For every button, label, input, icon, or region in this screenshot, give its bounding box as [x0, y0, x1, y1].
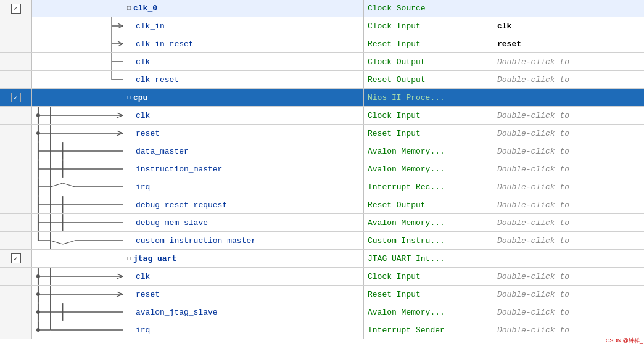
row-cpu-debug-reset-request[interactable]: debug_reset_request Reset Output Double-… — [0, 196, 644, 214]
check-clk-in-reset — [0, 35, 32, 52]
conn-clk-in: clk — [493, 17, 644, 35]
name-jtag-avalon-slave: avalon_jtag_slave — [123, 303, 364, 321]
conn-jtag-uart — [493, 250, 644, 267]
row-cpu-data-master[interactable]: data_master Avalon Memory... Double-clic… — [0, 142, 644, 160]
wires-clk — [32, 53, 123, 70]
type-jtag-reset: Reset Input — [364, 286, 493, 303]
conn-value-clk-in: clk — [497, 22, 511, 31]
expand-clk0-icon[interactable]: □ — [127, 5, 131, 12]
row-cpu-custom-instruction-master[interactable]: custom_instruction_master Custom Instru.… — [0, 232, 644, 250]
type-cpu-irq: Interrupt Rec... — [364, 178, 493, 196]
row-cpu-reset[interactable]: reset Reset Input Double-click to — [0, 125, 644, 142]
type-jtag-irq: Interrupt Sender — [364, 321, 493, 339]
name-cpu: □ cpu — [123, 89, 364, 106]
check-jtag-irq — [0, 321, 32, 339]
conn-cpu-irq[interactable]: Double-click to — [493, 178, 644, 196]
name-jtag-reset: reset — [123, 286, 364, 303]
expand-jtag-uart-icon[interactable]: □ — [127, 255, 131, 262]
conn-cpu-instruction-master[interactable]: Double-click to — [493, 160, 644, 178]
name-clk-in-reset: clk_in_reset — [123, 35, 364, 52]
row-clk-in-reset[interactable]: clk_in_reset Reset Input reset — [0, 35, 644, 53]
type-clk-in: Clock Input — [364, 17, 493, 35]
wires-cpu-debug-reset-request — [32, 196, 123, 213]
type-cpu-debug-reset-request: Reset Output — [364, 196, 493, 213]
conn-jtag-irq[interactable]: Double-click to — [493, 321, 644, 339]
conn-clk-reset[interactable]: Double-click to — [493, 71, 644, 88]
wires-clk-in-reset — [32, 35, 123, 52]
wires-cpu-data-master — [32, 142, 123, 160]
type-jtag-avalon-slave: Avalon Memory... — [364, 303, 493, 321]
type-cpu-instruction-master: Avalon Memory... — [364, 160, 493, 178]
row-jtag-avalon-slave[interactable]: avalon_jtag_slave Avalon Memory... Doubl… — [0, 303, 644, 321]
check-cpu-custom-instruction-master — [0, 232, 32, 249]
check-clk-in — [0, 17, 32, 35]
check-cpu-debug-mem-slave — [0, 214, 32, 231]
check-clk0[interactable] — [0, 0, 32, 17]
type-jtag-clk: Clock Input — [364, 268, 493, 285]
name-jtag-uart: □ jtag_uart — [123, 250, 364, 267]
conn-clk0 — [493, 0, 644, 17]
check-cpu-data-master — [0, 142, 32, 160]
label-cpu: cpu — [133, 93, 147, 102]
svg-line-51 — [51, 241, 63, 244]
expand-cpu-icon[interactable]: □ — [127, 94, 131, 101]
conn-cpu-data-master[interactable]: Double-click to — [493, 142, 644, 160]
name-clk-reset: clk_reset — [123, 71, 364, 88]
row-clk-reset[interactable]: clk_reset Reset Output Double-click to — [0, 71, 644, 89]
conn-clk[interactable]: Double-click to — [493, 53, 644, 70]
check-jtag-avalon-slave — [0, 303, 32, 321]
row-cpu[interactable]: □ cpu Nios II Proce... — [0, 89, 644, 107]
type-cpu-custom-instruction-master: Custom Instru... — [364, 232, 493, 249]
type-cpu-data-master: Avalon Memory... — [364, 142, 493, 160]
wires-jtag-avalon-slave — [32, 303, 123, 321]
name-clk-in: clk_in — [123, 17, 364, 35]
wires-cpu-instruction-master — [32, 160, 123, 178]
label-jtag-uart: jtag_uart — [133, 254, 176, 263]
type-jtag-uart: JTAG UART Int... — [364, 250, 493, 267]
row-clk-in[interactable]: clk_in Clock Input clk — [0, 17, 644, 35]
wires-cpu — [32, 89, 123, 106]
row-cpu-debug-mem-slave[interactable]: debug_mem_slave Avalon Memory... Double-… — [0, 214, 644, 232]
wires-jtag-irq — [32, 321, 123, 339]
row-jtag-reset[interactable]: reset Reset Input Double-click to — [0, 286, 644, 303]
row-cpu-irq[interactable]: irq Interrupt Rec... Double-click to — [0, 178, 644, 196]
conn-cpu-clk[interactable]: Double-click to — [493, 107, 644, 124]
name-cpu-custom-instruction-master: custom_instruction_master — [123, 232, 364, 249]
conn-cpu-debug-reset-request[interactable]: Double-click to — [493, 196, 644, 213]
checkbox-cpu[interactable] — [11, 93, 21, 102]
name-cpu-data-master: data_master — [123, 142, 364, 160]
conn-cpu-reset[interactable]: Double-click to — [493, 125, 644, 142]
checkbox-jtag-uart[interactable] — [11, 253, 21, 263]
conn-cpu-custom-instruction-master[interactable]: Double-click to — [493, 232, 644, 249]
wires-clk-in — [32, 17, 123, 35]
type-cpu-debug-mem-slave: Avalon Memory... — [364, 214, 493, 231]
row-jtag-irq[interactable]: irq Interrupt Sender Double-click to — [0, 321, 644, 339]
row-jtag-uart[interactable]: □ jtag_uart JTAG UART Int... — [0, 250, 644, 268]
type-clk0: Clock Source — [364, 0, 493, 17]
conn-cpu — [493, 89, 644, 106]
name-clk: clk — [123, 53, 364, 70]
check-jtag-uart[interactable] — [0, 250, 32, 267]
check-jtag-clk — [0, 268, 32, 285]
row-cpu-instruction-master[interactable]: instruction_master Avalon Memory... Doub… — [0, 160, 644, 178]
conn-jtag-avalon-slave[interactable]: Double-click to — [493, 303, 644, 321]
check-cpu-irq — [0, 178, 32, 196]
conn-cpu-debug-mem-slave[interactable]: Double-click to — [493, 214, 644, 231]
checkbox-clk0[interactable] — [11, 4, 21, 14]
name-cpu-debug-mem-slave: debug_mem_slave — [123, 214, 364, 231]
name-cpu-reset: reset — [123, 125, 364, 142]
wires-cpu-irq — [32, 178, 123, 196]
conn-jtag-reset[interactable]: Double-click to — [493, 286, 644, 303]
row-jtag-clk[interactable]: clk Clock Input Double-click to — [0, 268, 644, 286]
name-clk0: □ clk_0 — [123, 0, 364, 17]
conn-jtag-clk[interactable]: Double-click to — [493, 268, 644, 285]
name-cpu-instruction-master: instruction_master — [123, 160, 364, 178]
main-table: □ clk_0 Clock Source clk_in Clock Input … — [0, 0, 644, 346]
row-cpu-clk[interactable]: clk Clock Input Double-click to — [0, 107, 644, 125]
check-cpu[interactable] — [0, 89, 32, 106]
wires-clk0 — [32, 0, 123, 17]
row-clk[interactable]: clk Clock Output Double-click to — [0, 53, 644, 71]
wires-cpu-reset — [32, 125, 123, 142]
row-clk0[interactable]: □ clk_0 Clock Source — [0, 0, 644, 17]
wires-jtag-clk — [32, 268, 123, 285]
